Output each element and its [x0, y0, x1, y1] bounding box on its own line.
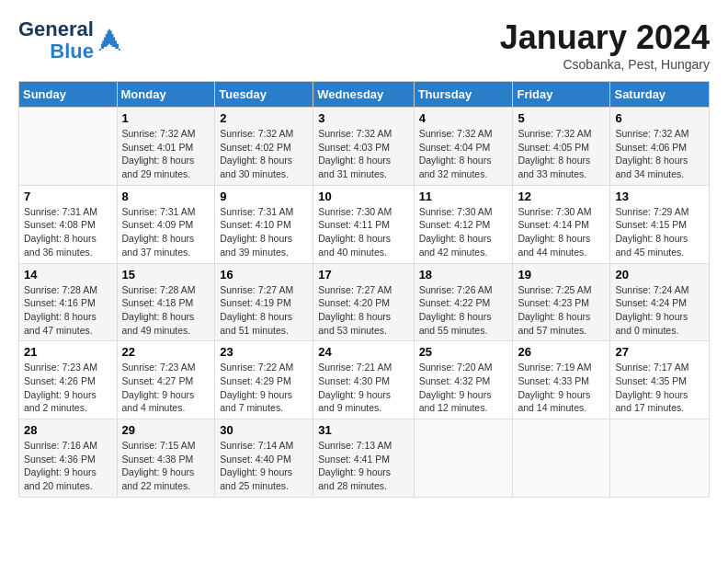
logo: General Blue ⮝	[18, 18, 123, 63]
day-number: 19	[518, 268, 605, 282]
weekday-header-sunday: Sunday	[19, 82, 118, 108]
day-number: 7	[24, 190, 112, 203]
week-row-4: 21Sunrise: 7:23 AMSunset: 4:26 PMDayligh…	[19, 341, 710, 419]
day-info: Sunrise: 7:32 AMSunset: 4:06 PMDaylight:…	[615, 127, 704, 181]
calendar-cell: 9Sunrise: 7:31 AMSunset: 4:10 PMDaylight…	[215, 185, 313, 263]
calendar-cell: 16Sunrise: 7:27 AMSunset: 4:19 PMDayligh…	[215, 263, 313, 341]
title-block: January 2024 Csobanka, Pest, Hungary	[500, 18, 710, 72]
logo-bird-icon: ⮝	[97, 28, 123, 53]
day-info: Sunrise: 7:21 AMSunset: 4:30 PMDaylight:…	[318, 361, 408, 415]
day-number: 20	[615, 268, 704, 282]
calendar-cell: 21Sunrise: 7:23 AMSunset: 4:26 PMDayligh…	[19, 341, 118, 419]
day-info: Sunrise: 7:28 AMSunset: 4:16 PMDaylight:…	[24, 283, 112, 338]
day-number: 18	[419, 268, 508, 282]
calendar-cell: 12Sunrise: 7:30 AMSunset: 4:14 PMDayligh…	[513, 185, 610, 263]
day-info: Sunrise: 7:22 AMSunset: 4:29 PMDaylight:…	[220, 361, 308, 415]
day-number: 8	[122, 190, 210, 203]
calendar-cell: 25Sunrise: 7:20 AMSunset: 4:32 PMDayligh…	[414, 341, 513, 419]
day-info: Sunrise: 7:25 AMSunset: 4:23 PMDaylight:…	[518, 283, 605, 338]
day-number: 3	[318, 111, 408, 125]
calendar-cell: 7Sunrise: 7:31 AMSunset: 4:08 PMDaylight…	[19, 185, 118, 263]
calendar-cell: 2Sunrise: 7:32 AMSunset: 4:02 PMDaylight…	[215, 108, 313, 186]
calendar-cell: 3Sunrise: 7:32 AMSunset: 4:03 PMDaylight…	[313, 108, 414, 186]
day-info: Sunrise: 7:26 AMSunset: 4:22 PMDaylight:…	[419, 283, 508, 338]
day-info: Sunrise: 7:23 AMSunset: 4:26 PMDaylight:…	[24, 361, 112, 415]
day-info: Sunrise: 7:15 AMSunset: 4:38 PMDaylight:…	[122, 439, 210, 493]
calendar-body: 1Sunrise: 7:32 AMSunset: 4:01 PMDaylight…	[19, 108, 710, 498]
calendar-cell: 6Sunrise: 7:32 AMSunset: 4:06 PMDaylight…	[610, 108, 710, 186]
day-number: 25	[419, 345, 508, 359]
day-number: 10	[318, 190, 408, 203]
logo-text-blue: Blue	[50, 40, 94, 63]
calendar-cell: 15Sunrise: 7:28 AMSunset: 4:18 PMDayligh…	[117, 263, 215, 341]
calendar-cell: 17Sunrise: 7:27 AMSunset: 4:20 PMDayligh…	[313, 263, 414, 341]
calendar-cell: 27Sunrise: 7:17 AMSunset: 4:35 PMDayligh…	[610, 341, 710, 419]
day-info: Sunrise: 7:27 AMSunset: 4:20 PMDaylight:…	[318, 283, 408, 338]
day-number: 12	[518, 190, 605, 203]
day-info: Sunrise: 7:32 AMSunset: 4:02 PMDaylight:…	[220, 127, 308, 181]
day-number: 30	[220, 423, 308, 437]
calendar-cell: 1Sunrise: 7:32 AMSunset: 4:01 PMDaylight…	[117, 108, 215, 186]
calendar-cell: 11Sunrise: 7:30 AMSunset: 4:12 PMDayligh…	[414, 185, 513, 263]
day-info: Sunrise: 7:31 AMSunset: 4:09 PMDaylight:…	[122, 205, 210, 259]
day-number: 23	[220, 345, 308, 359]
day-number: 4	[419, 111, 508, 125]
day-info: Sunrise: 7:19 AMSunset: 4:33 PMDaylight:…	[518, 361, 605, 415]
calendar-table: SundayMondayTuesdayWednesdayThursdayFrid…	[18, 81, 710, 498]
day-info: Sunrise: 7:32 AMSunset: 4:05 PMDaylight:…	[518, 127, 605, 181]
day-number: 28	[24, 423, 112, 437]
calendar-cell: 5Sunrise: 7:32 AMSunset: 4:05 PMDaylight…	[513, 108, 610, 186]
day-info: Sunrise: 7:32 AMSunset: 4:03 PMDaylight:…	[318, 127, 408, 181]
calendar-cell: 8Sunrise: 7:31 AMSunset: 4:09 PMDaylight…	[117, 185, 215, 263]
day-number: 6	[615, 111, 704, 125]
day-info: Sunrise: 7:14 AMSunset: 4:40 PMDaylight:…	[220, 439, 308, 493]
day-number: 17	[318, 268, 408, 282]
day-number: 29	[122, 423, 210, 437]
calendar-cell: 18Sunrise: 7:26 AMSunset: 4:22 PMDayligh…	[414, 263, 513, 341]
weekday-header-thursday: Thursday	[414, 82, 513, 108]
location: Csobanka, Pest, Hungary	[500, 57, 710, 72]
weekday-header-saturday: Saturday	[610, 82, 710, 108]
day-number: 14	[24, 268, 112, 282]
calendar-cell: 31Sunrise: 7:13 AMSunset: 4:41 PMDayligh…	[313, 419, 414, 498]
weekday-header-monday: Monday	[117, 82, 215, 108]
day-info: Sunrise: 7:24 AMSunset: 4:24 PMDaylight:…	[615, 283, 704, 338]
day-number: 24	[318, 345, 408, 359]
day-number: 5	[518, 111, 605, 125]
day-info: Sunrise: 7:17 AMSunset: 4:35 PMDaylight:…	[615, 361, 704, 415]
day-info: Sunrise: 7:16 AMSunset: 4:36 PMDaylight:…	[24, 439, 112, 493]
calendar-cell: 28Sunrise: 7:16 AMSunset: 4:36 PMDayligh…	[19, 419, 118, 498]
calendar-cell	[610, 419, 710, 498]
day-number: 1	[122, 111, 210, 125]
weekday-header-row: SundayMondayTuesdayWednesdayThursdayFrid…	[19, 82, 710, 108]
day-info: Sunrise: 7:20 AMSunset: 4:32 PMDaylight:…	[419, 361, 508, 415]
day-number: 2	[220, 111, 308, 125]
day-number: 22	[122, 345, 210, 359]
day-info: Sunrise: 7:13 AMSunset: 4:41 PMDaylight:…	[318, 439, 408, 493]
day-number: 16	[220, 268, 308, 282]
calendar-cell: 10Sunrise: 7:30 AMSunset: 4:11 PMDayligh…	[313, 185, 414, 263]
month-title: January 2024	[500, 18, 710, 57]
calendar-cell: 14Sunrise: 7:28 AMSunset: 4:16 PMDayligh…	[19, 263, 118, 341]
calendar-cell: 30Sunrise: 7:14 AMSunset: 4:40 PMDayligh…	[215, 419, 313, 498]
day-info: Sunrise: 7:30 AMSunset: 4:12 PMDaylight:…	[419, 205, 508, 259]
day-number: 13	[615, 190, 704, 203]
day-info: Sunrise: 7:29 AMSunset: 4:15 PMDaylight:…	[615, 205, 704, 259]
calendar-cell: 4Sunrise: 7:32 AMSunset: 4:04 PMDaylight…	[414, 108, 513, 186]
day-info: Sunrise: 7:31 AMSunset: 4:10 PMDaylight:…	[220, 205, 308, 259]
week-row-1: 1Sunrise: 7:32 AMSunset: 4:01 PMDaylight…	[19, 108, 710, 186]
calendar-cell: 13Sunrise: 7:29 AMSunset: 4:15 PMDayligh…	[610, 185, 710, 263]
day-info: Sunrise: 7:30 AMSunset: 4:11 PMDaylight:…	[318, 205, 408, 259]
calendar-cell: 22Sunrise: 7:23 AMSunset: 4:27 PMDayligh…	[117, 341, 215, 419]
week-row-2: 7Sunrise: 7:31 AMSunset: 4:08 PMDaylight…	[19, 185, 710, 263]
calendar-cell: 19Sunrise: 7:25 AMSunset: 4:23 PMDayligh…	[513, 263, 610, 341]
day-info: Sunrise: 7:28 AMSunset: 4:18 PMDaylight:…	[122, 283, 210, 338]
calendar-cell	[513, 419, 610, 498]
weekday-header-friday: Friday	[513, 82, 610, 108]
logo-text-general: General	[18, 18, 94, 40]
calendar-cell: 26Sunrise: 7:19 AMSunset: 4:33 PMDayligh…	[513, 341, 610, 419]
day-info: Sunrise: 7:32 AMSunset: 4:01 PMDaylight:…	[122, 127, 210, 181]
calendar-cell	[19, 108, 118, 186]
calendar-cell: 24Sunrise: 7:21 AMSunset: 4:30 PMDayligh…	[313, 341, 414, 419]
calendar-cell	[414, 419, 513, 498]
